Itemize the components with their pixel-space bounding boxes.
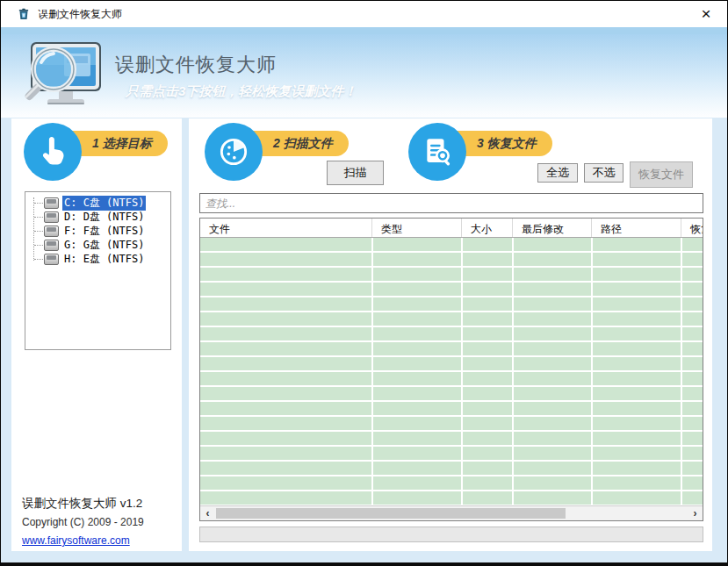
tree-branch-line <box>34 217 43 218</box>
table-header-row: 文件 类型 大小 最后修改 路径 恢复 <box>200 219 703 238</box>
column-divider <box>512 238 514 505</box>
results-table: 文件 类型 大小 最后修改 路径 恢复 ‹ › <box>199 218 703 521</box>
drive-label: F: F盘 (NTFS) <box>62 224 146 239</box>
app-header: 误删文件恢复大师 只需点击3下按钮，轻松恢复误删文件！ <box>1 34 727 118</box>
column-header-recover[interactable]: 恢复 <box>681 219 703 237</box>
column-divider <box>371 238 373 505</box>
main-area: 1 选择目标 C: C盘 (NTFS) D: D盘 (NTFS) <box>1 118 727 562</box>
recover-files-button[interactable]: 恢复文件 <box>630 161 693 188</box>
column-header-type[interactable]: 类型 <box>372 219 462 237</box>
drive-label: C: C盘 (NTFS) <box>62 196 146 211</box>
progress-status-bar <box>199 527 703 542</box>
recycle-bin-icon <box>17 7 31 21</box>
copyright-text: Copyright (C) 2009 - 2019 <box>22 516 144 528</box>
app-window: 误删文件恢复大师 × 误删文件恢复大师 只需点击3下按钮，轻松恢复误 <box>0 0 728 566</box>
radar-scan-icon <box>205 123 263 181</box>
drive-icon <box>44 197 59 209</box>
scrollbar-thumb[interactable] <box>216 508 566 519</box>
drive-tree: C: C盘 (NTFS) D: D盘 (NTFS) F: F盘 (NTFS) G… <box>25 191 171 350</box>
tree-branch-line <box>34 245 43 246</box>
title-bar: 误删文件恢复大师 × <box>1 1 727 27</box>
tree-branch-line <box>34 203 43 204</box>
drive-icon <box>44 211 59 223</box>
column-divider <box>461 238 463 505</box>
hand-click-icon <box>24 123 82 181</box>
drive-icon <box>44 254 59 265</box>
tree-branch-line <box>34 231 43 232</box>
drive-label: G: G盘 (NTFS) <box>62 238 146 253</box>
search-input[interactable] <box>199 193 703 213</box>
drive-item-d[interactable]: D: D盘 (NTFS) <box>25 210 170 224</box>
close-button[interactable]: × <box>694 3 718 25</box>
tree-branch-line <box>34 259 43 260</box>
scroll-right-arrow-icon[interactable]: › <box>688 506 703 520</box>
drive-label: D: D盘 (NTFS) <box>62 210 146 225</box>
target-selection-panel: 1 选择目标 C: C盘 (NTFS) D: D盘 (NTFS) <box>11 118 182 551</box>
app-version: 误删文件恢复大师 v1.2 <box>22 496 142 512</box>
drive-item-h[interactable]: H: E盘 (NTFS) <box>25 252 170 266</box>
drive-icon <box>44 226 59 237</box>
column-header-modified[interactable]: 最后修改 <box>513 219 592 237</box>
file-search-icon <box>408 123 466 181</box>
drive-icon <box>44 240 59 251</box>
select-all-button[interactable]: 全选 <box>537 163 578 183</box>
horizontal-scrollbar[interactable]: ‹ › <box>200 505 703 520</box>
header-tagline: 只需点击3下按钮，轻松恢复误删文件！ <box>126 83 357 100</box>
column-divider <box>591 238 593 505</box>
drive-item-f[interactable]: F: F盘 (NTFS) <box>25 224 170 238</box>
drive-label: H: E盘 (NTFS) <box>62 252 146 267</box>
window-title: 误删文件恢复大师 <box>38 7 122 22</box>
table-body-empty <box>200 238 703 505</box>
accent-strip <box>1 27 727 34</box>
monitor-magnifier-logo <box>24 39 108 111</box>
select-none-button[interactable]: 不选 <box>584 163 623 183</box>
scan-recover-panel: 2 扫描文件 扫描 3 恢复文件 <box>189 118 712 551</box>
scan-button[interactable]: 扫描 <box>327 161 384 185</box>
column-header-size[interactable]: 大小 <box>462 219 513 237</box>
drive-item-g[interactable]: G: G盘 (NTFS) <box>25 238 170 252</box>
drive-item-c[interactable]: C: C盘 (NTFS) <box>25 196 170 210</box>
column-header-file[interactable]: 文件 <box>200 219 372 237</box>
column-divider <box>681 238 682 505</box>
column-header-path[interactable]: 路径 <box>592 219 681 237</box>
scroll-left-arrow-icon[interactable]: ‹ <box>200 506 215 520</box>
header-app-title: 误删文件恢复大师 <box>115 52 277 78</box>
website-link[interactable]: www.fairysoftware.com <box>22 534 130 547</box>
